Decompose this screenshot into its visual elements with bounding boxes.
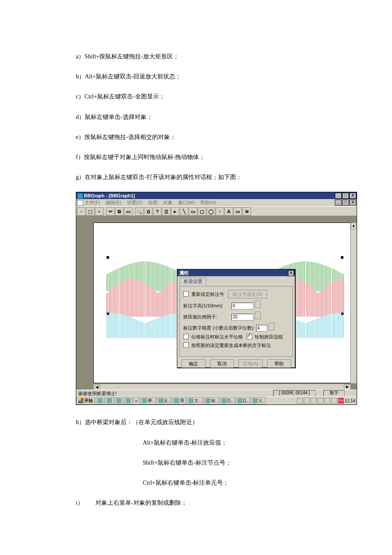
quick-launch[interactable] — [96, 397, 104, 405]
tab-bridge-settings[interactable]: 桥梁设置 — [180, 278, 206, 285]
tb-text-icon[interactable]: A — [225, 207, 233, 216]
drawing-canvas[interactable]: 属性 X 桥梁设置 重新设定标注号 标注号设定(N) — [93, 223, 357, 383]
label-font-height: 标注字高(1/10mm): — [183, 303, 230, 309]
quick-launch-more[interactable]: » — [133, 397, 139, 405]
tb-help-icon[interactable]: ? — [153, 207, 161, 216]
input-font-height[interactable]: 0 — [231, 303, 254, 309]
maximize-button[interactable]: □ — [342, 193, 349, 199]
tb-new-icon[interactable]: ▫ — [77, 207, 86, 216]
cancel-button[interactable]: 取消 — [210, 359, 234, 368]
item-d: d）鼠标左键单击-选择对象； — [43, 112, 349, 122]
menu-view[interactable]: 设置(V) — [127, 200, 143, 205]
task-label: M.. — [211, 399, 217, 403]
ok-button[interactable]: 确定 — [182, 359, 205, 368]
menu-file[interactable]: 文件(F) — [85, 200, 100, 205]
tray-ime-icon[interactable]: En — [338, 398, 344, 404]
tb-cut-icon[interactable]: ✂ — [106, 207, 115, 216]
tb-print-icon[interactable]: ⎙ — [144, 207, 153, 216]
dialog-close-icon[interactable]: X — [288, 270, 294, 276]
tray-icon[interactable] — [317, 398, 323, 404]
item-h2: Shift+鼠标右键单击-标注节点号； — [43, 457, 349, 468]
taskbar-task[interactable]: 桥.. — [140, 397, 156, 405]
quick-launch[interactable] — [124, 397, 133, 405]
taskbar-task[interactable]: V.. — [251, 397, 265, 405]
status-bar: 谢谢使用桥梁博士! [ 00098, 00144 ] 数字 — [76, 390, 357, 397]
mdi-doc-icon[interactable] — [77, 200, 83, 206]
properties-dialog[interactable]: 属性 X 桥梁设置 重新设定标注号 标注号设定(N) — [177, 269, 295, 368]
task-icon — [222, 398, 227, 403]
mdi-minimize-button[interactable]: _ — [335, 199, 342, 205]
tray-clock: 11:14 — [345, 399, 355, 403]
tb-copy-icon[interactable]: ⧉ — [115, 207, 124, 216]
dialog-titlebar[interactable]: 属性 X — [177, 269, 295, 276]
minimize-button[interactable]: _ — [335, 193, 342, 199]
mdi-restore-button[interactable]: □ — [342, 199, 349, 205]
task-label: 桥.. — [148, 398, 155, 404]
menu-help[interactable]: 帮助(H) — [200, 200, 216, 205]
taskbar-task[interactable]: 文.. — [187, 397, 203, 405]
start-button[interactable]: 开始 — [76, 397, 95, 405]
tb-roundrect-icon[interactable]: ▢ — [198, 207, 206, 216]
spin-factor[interactable] — [255, 312, 261, 319]
input-precision[interactable]: 4 — [256, 325, 267, 332]
scroll-up-icon[interactable]: ▲ — [351, 223, 357, 229]
tray-icon[interactable] — [324, 398, 330, 404]
checkbox-horiz[interactable] — [183, 334, 189, 339]
tb-whatsthis-icon[interactable]: ⍰ — [162, 207, 170, 216]
help-button[interactable]: 帮助 — [267, 359, 291, 368]
taskbar-task[interactable]: D.. — [236, 397, 251, 405]
dialog-title: 属性 — [179, 270, 189, 275]
task-icon — [174, 398, 179, 403]
checkbox-relabel[interactable] — [183, 291, 189, 297]
menu-draw[interactable]: 绘图 — [148, 200, 158, 205]
horizontal-scrollbar[interactable]: ◀ ▶ — [93, 384, 351, 390]
spin-font-height[interactable] — [255, 301, 261, 308]
tb-line-icon[interactable]: ╲ — [180, 207, 188, 216]
tray-icon[interactable] — [311, 398, 317, 404]
tb-ellipse-icon[interactable]: ◯ — [207, 207, 215, 216]
checkbox-drawline[interactable] — [247, 334, 252, 339]
menu-edit[interactable]: 编辑(E) — [106, 200, 121, 205]
taskbar-task[interactable]: E.. — [157, 397, 171, 405]
item-g: g）在对象上鼠标左键双击-打开该对象的属性对话框；如下图： — [43, 172, 349, 182]
tb-open-icon[interactable]: ⬚ — [86, 207, 95, 216]
tb-image-icon[interactable]: ▭ — [233, 207, 242, 216]
quick-launch[interactable] — [115, 397, 123, 405]
checkbox-regen[interactable] — [183, 342, 189, 348]
scroll-right-icon[interactable]: ▶ — [344, 384, 351, 390]
mdi-close-button[interactable]: X — [349, 199, 356, 205]
item-h1: Alt+鼠标右键单击-标注效应值； — [43, 437, 349, 448]
label-relabel: 重新设定标注号 — [191, 291, 224, 298]
taskbar-task[interactable]: 用 — [172, 397, 186, 405]
quick-launch[interactable] — [105, 397, 114, 405]
task-label: D.. — [243, 399, 249, 403]
menubar[interactable]: 文件(F) 编辑(E) 设置(V) 绘图 对象 窗口(W) 帮助(H) — [76, 199, 357, 206]
input-factor[interactable]: 20 — [231, 314, 254, 321]
item-e: e）按鼠标左键拖拉-选择相交的对象； — [43, 132, 349, 142]
desktop-icon — [116, 398, 121, 403]
system-tray[interactable]: En 11:14 — [297, 398, 357, 404]
taskbar-task[interactable]: D.. — [220, 397, 235, 405]
tray-icon[interactable] — [331, 398, 337, 404]
tb-bridge-icon[interactable]: ≋ — [242, 207, 251, 216]
tb-rect-icon[interactable]: ▭ — [189, 207, 197, 216]
tb-circle-icon[interactable]: ○ — [216, 207, 224, 216]
tray-icon[interactable] — [297, 398, 303, 404]
apply-button[interactable]: 应用(A) — [239, 359, 262, 368]
tb-pointer-icon[interactable]: ▸ — [171, 207, 179, 216]
vertical-scrollbar[interactable]: ▲ — [350, 223, 357, 383]
spin-precision[interactable] — [268, 323, 274, 330]
label-drawline: 绘制效应边线 — [255, 334, 283, 340]
close-button[interactable]: X — [349, 193, 356, 199]
btn-label-setting[interactable]: 标注号设定(N) — [228, 290, 267, 298]
tray-icon[interactable] — [304, 398, 310, 404]
menu-window[interactable]: 窗口(W) — [178, 200, 195, 205]
tb-preview-icon[interactable]: 🔍 — [135, 207, 144, 216]
label-factor: 效应值比例因子: — [183, 314, 230, 320]
tb-save-icon[interactable]: ▪ — [95, 207, 104, 216]
tb-paste-icon[interactable]: ▭ — [124, 207, 133, 216]
taskbar[interactable]: 开始 » 桥..E..用文..M..D..D..V.. En 11:14 — [76, 396, 357, 405]
taskbar-task[interactable]: M.. — [204, 397, 219, 405]
window-titlebar[interactable]: BBGraph - [BBGraph1] _ □ X — [76, 192, 357, 199]
menu-object[interactable]: 对象 — [163, 200, 173, 205]
